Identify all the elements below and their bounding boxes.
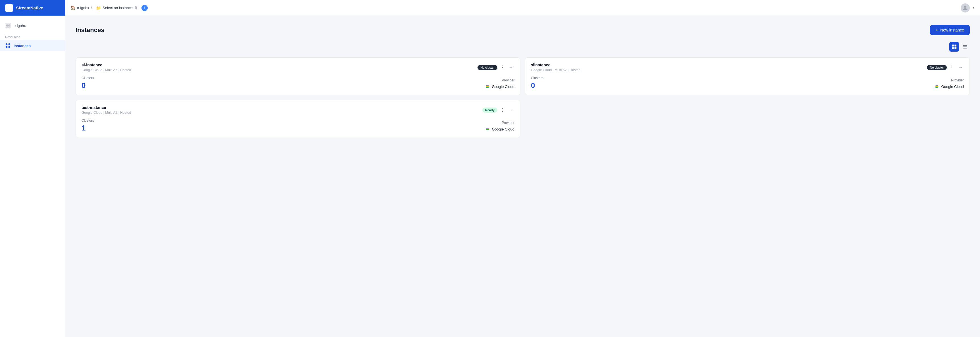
instance-card-0[interactable]: sl-instance Google Cloud | Multi AZ | Ho… [76,57,520,95]
page-title: Instances [76,26,105,34]
main-content: Instances + New instance [65,16,980,337]
instance-meta-0: Google Cloud | Multi AZ | Hosted [81,68,477,72]
status-badge-0: No cluster [477,65,497,70]
info-icon[interactable]: i [142,5,148,11]
brand-area: StreamNative [0,0,65,16]
instance-meta-2: Google Cloud | Multi AZ | Hosted [81,111,482,115]
provider-name-2: Google Cloud [492,127,515,131]
sidebar-org-label: o-lgohx [14,24,26,28]
provider-name-1: Google Cloud [941,84,964,89]
svg-rect-13 [963,45,967,46]
clusters-label-2: Clusters [81,119,94,123]
clusters-value-1: 0 [531,81,543,90]
svg-rect-9 [952,44,954,46]
svg-rect-2 [8,24,10,25]
home-icon: 🏠 [70,6,75,10]
instance-stats-0: Clusters 0 Provider [81,76,514,90]
chevron-updown-icon: ⇅ [134,6,137,10]
instance-card-1[interactable]: slinstance Google Cloud | Multi AZ | Hos… [525,57,970,95]
provider-value-1: Google Cloud [934,84,964,90]
clusters-value-2: 1 [81,124,94,133]
provider-value-0: Google Cloud [485,84,515,90]
folder-icon: 📁 [96,6,101,10]
svg-rect-12 [955,47,956,49]
svg-rect-4 [8,26,10,27]
provider-label-1: Provider [951,78,964,82]
sidebar-item-instances[interactable]: Instances [0,40,65,51]
content-header: Instances + New instance [76,25,970,35]
brand-logo [5,4,13,12]
more-options-button-1[interactable]: ⋮ [948,63,955,71]
provider-stat-1: Provider Google Cloud [934,78,964,90]
svg-rect-3 [6,26,8,27]
brand-name: StreamNative [16,5,43,10]
clusters-label-0: Clusters [81,76,94,80]
sidebar-resources-label: Resources [0,31,65,40]
gcloud-icon-0 [485,84,490,90]
instance-info-2: test-instance Google Cloud | Multi AZ | … [81,105,482,115]
instance-stats-2: Clusters 1 Provider [81,119,514,133]
provider-label-0: Provider [502,78,514,82]
nav-org-name: o-lgohx [77,6,89,10]
nav-separator: / [91,5,92,11]
svg-rect-14 [963,46,967,47]
provider-label-2: Provider [502,121,514,125]
instance-card-2[interactable]: test-instance Google Cloud | Multi AZ | … [76,100,520,138]
provider-name-0: Google Cloud [492,84,515,89]
svg-rect-8 [8,46,10,48]
provider-stat-2: Provider Google Cloud [485,121,515,133]
navigate-button-2[interactable]: → [508,106,514,114]
gcloud-icon-1 [934,84,940,90]
instance-actions-2: Ready ⋮ → [482,106,514,114]
clusters-value-0: 0 [81,81,94,90]
provider-stat-0: Provider Googl [485,78,515,90]
grid-view-button[interactable] [949,42,959,52]
more-options-button-2[interactable]: ⋮ [499,106,506,114]
provider-value-2: Google Cloud [485,126,515,133]
instance-card-header-2: test-instance Google Cloud | Multi AZ | … [81,105,514,115]
sidebar-org-icon [5,23,11,28]
nav-org[interactable]: 🏠 o-lgohx [70,6,89,10]
navigate-button-1[interactable]: → [957,64,964,71]
svg-rect-11 [952,47,954,49]
instance-info-0: sl-instance Google Cloud | Multi AZ | Ho… [81,63,477,72]
plus-icon: + [936,28,938,32]
sidebar: o-lgohx Resources Instances [0,16,65,337]
nav-instance-label: Select an instance [103,6,133,10]
sidebar-org[interactable]: o-lgohx [0,21,65,31]
new-instance-button[interactable]: + New instance [930,25,970,35]
header-right: ▾ [961,3,980,13]
instance-card-header-0: sl-instance Google Cloud | Multi AZ | Ho… [81,63,514,72]
view-toggle [76,42,970,52]
avatar[interactable] [961,3,970,13]
instance-actions-1: No cluster ⋮ → [927,63,964,71]
instance-stats-1: Clusters 0 Provider [531,76,964,90]
svg-rect-6 [8,43,10,45]
status-badge-2: Ready [482,108,497,112]
avatar-chevron-icon[interactable]: ▾ [973,6,974,9]
clusters-stat-2: Clusters 1 [81,119,94,133]
gcloud-icon-2 [485,126,490,133]
list-view-button[interactable] [960,42,970,52]
instance-meta-1: Google Cloud | Multi AZ | Hosted [531,68,927,72]
instance-name-1: slinstance [531,63,927,67]
instance-name-0: sl-instance [81,63,477,67]
svg-rect-10 [955,44,956,46]
navigate-button-0[interactable]: → [508,64,514,71]
instance-actions-0: No cluster ⋮ → [477,63,514,71]
clusters-label-1: Clusters [531,76,543,80]
nav-instance-selector[interactable]: 📁 Select an instance ⇅ [94,5,140,11]
header-nav: 🏠 o-lgohx / 📁 Select an instance ⇅ i [65,5,961,11]
status-badge-1: No cluster [927,65,947,70]
svg-rect-1 [6,24,8,25]
instances-grid: sl-instance Google Cloud | Multi AZ | Ho… [76,57,970,138]
svg-rect-15 [963,48,967,49]
instances-icon [5,43,11,49]
more-options-button-0[interactable]: ⋮ [499,63,506,71]
sidebar-instances-label: Instances [14,44,31,48]
clusters-stat-1: Clusters 0 [531,76,543,90]
svg-rect-5 [6,43,7,45]
new-instance-label: New instance [940,28,964,32]
svg-point-0 [964,6,966,8]
instance-name-2: test-instance [81,105,482,110]
